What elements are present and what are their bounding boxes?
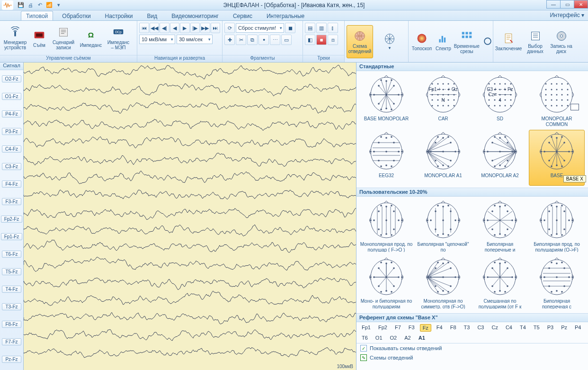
ref-token[interactable]: O2 [388,334,400,341]
montage-cell[interactable]: Моно- и биполярная по полушариям [358,255,414,311]
tab-view[interactable]: Вид [142,11,162,20]
channel-label[interactable]: F3-Fz [0,193,23,210]
tab-typical[interactable]: Типовой [21,11,53,20]
ref-token[interactable]: O1 [373,334,385,341]
ref-token[interactable]: Cz [489,324,500,332]
channel-label[interactable]: T6-Fz [0,245,23,263]
montage-cell[interactable]: MONOPOLAR A1 [415,130,471,186]
show-schemes-checkbox-row[interactable]: ✓ Показывать схемы отведений [356,343,588,353]
schemes-link-row[interactable]: ✎ Схемы отведений [356,353,588,362]
channel-label[interactable]: T5-Fz [0,263,23,280]
nav-back-button[interactable]: ◀ [170,23,180,33]
ref-token[interactable]: Pz [559,324,570,332]
nav-fwd-button[interactable]: ▶ [180,23,190,33]
channel-label[interactable]: F4-Fz [0,175,23,193]
frag-stop-button[interactable]: ◼ [285,23,295,33]
spectrum-button[interactable]: Спектр [434,25,453,58]
nav-ffwd-button[interactable]: ▶▶ [200,23,210,33]
toposcope-button[interactable]: Топоскоп [410,25,433,58]
ref-token[interactable]: C3 [475,324,486,332]
channel-label[interactable]: Fp1-Fz [0,228,23,245]
nav-first-button[interactable]: ⏮ [139,23,149,33]
capture-button[interactable]: Съём [29,21,49,54]
maximize-button[interactable]: ▭ [560,0,574,9]
ref-token[interactable]: C4 [503,324,515,332]
channel-label[interactable]: T3-Fz [0,298,23,316]
ref-token[interactable]: Fz [420,324,431,332]
qat-undo-icon[interactable]: ↶ [36,1,44,9]
ref-token[interactable]: F7 [392,324,403,332]
qat-print-icon[interactable]: 🖨 [27,1,34,9]
montage-cell[interactable]: Биполярная поперечные и [472,199,528,254]
qat-save-icon[interactable]: 💾 [17,1,25,9]
montage-cell[interactable]: Биполярная прод. по полушариям (O->F) [529,199,585,254]
ref-token[interactable]: F3 [406,324,417,332]
device-manager-button[interactable]: Менеджер устройств [2,21,28,54]
time-scale-combo[interactable]: 30 мм/сек [177,35,213,44]
nav-stepback-button[interactable]: ◀| [160,23,169,33]
frag-b4[interactable]: ꔷ [258,35,269,45]
montage-cell[interactable]: C3 + ··· + PzCz= ────4SD [472,73,528,129]
channel-label[interactable]: O2-Fz [0,70,23,88]
montage-dropdown-button[interactable]: ▼ [374,25,405,58]
ref-token[interactable]: F4 [434,324,445,332]
channel-label[interactable]: Pz-Fz [0,351,23,368]
qat-signal-icon[interactable]: 📶 [45,1,53,9]
data-select-button[interactable]: Выбор данных [523,25,548,58]
nav-rewind-button[interactable]: ◀◀ [150,23,160,33]
channel-label[interactable]: C4-Fz [0,140,23,158]
ref-token[interactable]: T4 [517,324,528,332]
save-disc-button[interactable]: Запись на диск [549,25,574,58]
channel-label[interactable]: C3-Fz [0,158,23,175]
ref-token[interactable]: T3 [462,324,472,332]
close-button[interactable]: ✕ [574,0,588,9]
ref-token[interactable]: Fp2 [376,324,390,332]
montage-cell[interactable]: MONOPOLAR COMMON [529,73,585,129]
track-b4[interactable]: ◧ [305,35,315,45]
channel-label[interactable]: Fp2-Fz [0,210,23,228]
ref-token[interactable]: T6 [359,334,370,341]
frag-refresh-button[interactable]: ⟳ [224,23,235,33]
impedance-mep-button[interactable]: DCpИмпеданс – МЭП [105,21,132,54]
frag-b2[interactable]: ✂ [236,35,246,45]
channel-label[interactable]: O1-Fz [0,88,23,105]
montage-scheme-button[interactable]: Схема отведений [347,25,373,58]
minimize-button[interactable]: — [546,0,561,9]
track-b1[interactable]: ▤ [305,23,315,33]
track-b6[interactable]: ⧈ [328,35,338,45]
amplitude-scale-combo[interactable]: 10 мкВ/мм [139,35,175,44]
tab-processing[interactable]: Обработки [57,11,96,20]
tab-integral[interactable]: Интегральные [261,11,310,20]
montage-cell[interactable]: Fp1 + ··· + Oz────────NCAR [415,73,471,129]
montage-cell[interactable]: MONOPOLAR A2 [472,130,528,186]
qat-dropdown-icon[interactable]: ▾ [55,1,62,9]
ref-token[interactable]: Fp1 [359,324,373,332]
ref-token[interactable]: A1 [416,334,428,341]
montage-cell[interactable]: BASE [529,130,585,186]
montage-cell[interactable]: Смешанная по полушариям (от F к [472,255,528,311]
montage-cell[interactable]: Биполярная "цепочкой" по [415,199,471,254]
track-b3[interactable]: ⫿ [328,23,338,33]
frag-b6[interactable]: ▭ [281,35,292,45]
tab-settings[interactable]: Настройки [100,11,138,20]
channel-label[interactable]: F8-Fz [0,316,23,333]
eeg-canvas[interactable]: 100мкВ [24,63,356,370]
montage-cell[interactable]: Биполярная поперечная с [529,255,585,311]
track-b2[interactable]: ▥ [316,23,327,33]
frag-b1[interactable]: ✚ [224,35,235,45]
time-slices-button[interactable]: Временные срезы [454,25,480,58]
channel-label[interactable]: P3-Fz [0,123,23,140]
nav-stepfwd-button[interactable]: |▶ [190,23,200,33]
montage-cell[interactable]: Монополярная по симметр. отв (F->О) [415,255,471,311]
montage-cell[interactable]: BASE MONOPOLAR [358,73,414,129]
frag-b5[interactable]: ⋯ [270,35,280,45]
channel-label[interactable]: T4-Fz [0,280,23,298]
track-b5[interactable]: ■ [316,35,327,45]
interface-menu[interactable]: Интерфейс ▾ [550,12,584,18]
impedance-button[interactable]: ΩИмпеданс [78,21,104,54]
channel-label[interactable]: F7-Fz [0,333,23,351]
tab-videomonitoring[interactable]: Видеомониторинг [166,11,224,20]
conclusion-button[interactable]: Заключение [495,25,522,58]
montage-cell[interactable]: EEG32 [358,130,414,186]
channel-label[interactable]: P4-Fz [0,105,23,123]
